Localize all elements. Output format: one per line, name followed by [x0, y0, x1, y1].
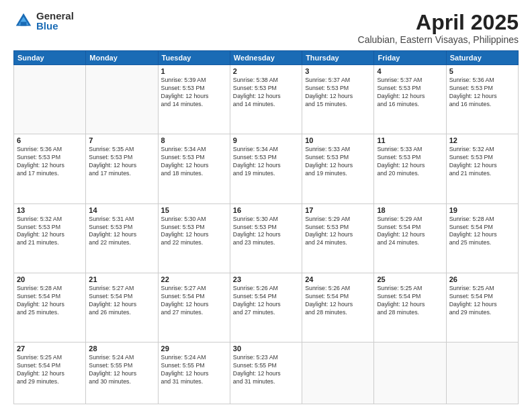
table-row: 17Sunrise: 5:29 AM Sunset: 5:53 PM Dayli…: [302, 203, 374, 273]
day-number: 19: [449, 206, 515, 214]
day-info: Sunrise: 5:31 AM Sunset: 5:53 PM Dayligh…: [89, 216, 154, 248]
header: General Blue April 2025 Calubian, Easter…: [13, 11, 519, 45]
day-info: Sunrise: 5:37 AM Sunset: 5:53 PM Dayligh…: [305, 77, 371, 109]
day-number: 8: [161, 136, 227, 144]
week-row-0: 1Sunrise: 5:39 AM Sunset: 5:53 PM Daylig…: [14, 65, 519, 134]
header-row: Sunday Monday Tuesday Wednesday Thursday…: [14, 51, 519, 65]
day-info: Sunrise: 5:36 AM Sunset: 5:53 PM Dayligh…: [449, 77, 515, 109]
table-row: 13Sunrise: 5:32 AM Sunset: 5:53 PM Dayli…: [14, 203, 86, 273]
day-info: Sunrise: 5:28 AM Sunset: 5:54 PM Dayligh…: [17, 285, 83, 317]
day-number: 25: [377, 275, 443, 283]
day-number: 11: [377, 136, 443, 144]
day-number: 6: [17, 136, 83, 144]
day-info: Sunrise: 5:24 AM Sunset: 5:55 PM Dayligh…: [161, 354, 227, 386]
day-info: Sunrise: 5:29 AM Sunset: 5:53 PM Dayligh…: [305, 216, 371, 248]
table-row: 28Sunrise: 5:24 AM Sunset: 5:55 PM Dayli…: [86, 342, 158, 404]
table-row: 19Sunrise: 5:28 AM Sunset: 5:54 PM Dayli…: [446, 203, 518, 273]
table-row: 21Sunrise: 5:27 AM Sunset: 5:54 PM Dayli…: [86, 273, 158, 342]
day-number: 18: [377, 206, 443, 214]
col-monday: Monday: [86, 51, 158, 65]
col-friday: Friday: [374, 51, 446, 65]
day-number: 16: [233, 206, 299, 214]
table-row: 15Sunrise: 5:30 AM Sunset: 5:53 PM Dayli…: [158, 203, 230, 273]
logo-icon: [13, 11, 34, 31]
day-info: Sunrise: 5:30 AM Sunset: 5:53 PM Dayligh…: [233, 216, 299, 248]
day-info: Sunrise: 5:34 AM Sunset: 5:53 PM Dayligh…: [233, 146, 299, 178]
calendar-table: Sunday Monday Tuesday Wednesday Thursday…: [13, 50, 519, 404]
table-row: 14Sunrise: 5:31 AM Sunset: 5:53 PM Dayli…: [86, 203, 158, 273]
table-row: [86, 65, 158, 134]
day-number: 10: [305, 136, 371, 144]
table-row: 1Sunrise: 5:39 AM Sunset: 5:53 PM Daylig…: [158, 65, 230, 134]
table-row: 12Sunrise: 5:32 AM Sunset: 5:53 PM Dayli…: [446, 134, 518, 203]
day-info: Sunrise: 5:25 AM Sunset: 5:54 PM Dayligh…: [17, 354, 83, 386]
day-number: 24: [305, 275, 371, 283]
day-number: 17: [305, 206, 371, 214]
col-wednesday: Wednesday: [230, 51, 302, 65]
day-info: Sunrise: 5:32 AM Sunset: 5:53 PM Dayligh…: [17, 216, 83, 248]
table-row: 27Sunrise: 5:25 AM Sunset: 5:54 PM Dayli…: [14, 342, 86, 404]
table-row: 7Sunrise: 5:35 AM Sunset: 5:53 PM Daylig…: [86, 134, 158, 203]
day-number: 7: [89, 136, 154, 144]
day-number: 14: [89, 206, 154, 214]
day-info: Sunrise: 5:34 AM Sunset: 5:53 PM Dayligh…: [161, 146, 227, 178]
calendar-subtitle: Calubian, Eastern Visayas, Philippines: [358, 34, 519, 45]
svg-rect-2: [21, 22, 27, 26]
day-info: Sunrise: 5:24 AM Sunset: 5:55 PM Dayligh…: [89, 354, 154, 386]
day-number: 13: [17, 206, 83, 214]
day-info: Sunrise: 5:30 AM Sunset: 5:53 PM Dayligh…: [161, 216, 227, 248]
day-info: Sunrise: 5:25 AM Sunset: 5:54 PM Dayligh…: [377, 285, 443, 317]
table-row: 6Sunrise: 5:36 AM Sunset: 5:53 PM Daylig…: [14, 134, 86, 203]
day-number: 28: [89, 345, 154, 353]
day-number: 9: [233, 136, 299, 144]
table-row: 2Sunrise: 5:38 AM Sunset: 5:53 PM Daylig…: [230, 65, 302, 134]
day-number: 1: [161, 67, 227, 75]
logo-text: General Blue: [36, 11, 74, 31]
table-row: 10Sunrise: 5:33 AM Sunset: 5:53 PM Dayli…: [302, 134, 374, 203]
day-number: 12: [449, 136, 515, 144]
day-info: Sunrise: 5:23 AM Sunset: 5:55 PM Dayligh…: [233, 354, 299, 386]
table-row: 11Sunrise: 5:33 AM Sunset: 5:53 PM Dayli…: [374, 134, 446, 203]
table-row: 30Sunrise: 5:23 AM Sunset: 5:55 PM Dayli…: [230, 342, 302, 404]
day-info: Sunrise: 5:33 AM Sunset: 5:53 PM Dayligh…: [305, 146, 371, 178]
day-number: 30: [233, 345, 299, 353]
week-row-2: 13Sunrise: 5:32 AM Sunset: 5:53 PM Dayli…: [14, 203, 519, 273]
day-number: 23: [233, 275, 299, 283]
table-row: [302, 342, 374, 404]
table-row: 16Sunrise: 5:30 AM Sunset: 5:53 PM Dayli…: [230, 203, 302, 273]
table-row: 9Sunrise: 5:34 AM Sunset: 5:53 PM Daylig…: [230, 134, 302, 203]
table-row: 5Sunrise: 5:36 AM Sunset: 5:53 PM Daylig…: [446, 65, 518, 134]
col-sunday: Sunday: [14, 51, 86, 65]
col-tuesday: Tuesday: [158, 51, 230, 65]
day-number: 4: [377, 67, 443, 75]
table-row: 24Sunrise: 5:26 AM Sunset: 5:54 PM Dayli…: [302, 273, 374, 342]
table-row: 29Sunrise: 5:24 AM Sunset: 5:55 PM Dayli…: [158, 342, 230, 404]
day-number: 5: [449, 67, 515, 75]
day-number: 15: [161, 206, 227, 214]
table-row: 23Sunrise: 5:26 AM Sunset: 5:54 PM Dayli…: [230, 273, 302, 342]
day-number: 26: [449, 275, 515, 283]
table-row: 26Sunrise: 5:25 AM Sunset: 5:54 PM Dayli…: [446, 273, 518, 342]
logo: General Blue: [13, 11, 74, 31]
col-thursday: Thursday: [302, 51, 374, 65]
day-number: 20: [17, 275, 83, 283]
table-row: 18Sunrise: 5:29 AM Sunset: 5:54 PM Dayli…: [374, 203, 446, 273]
day-number: 3: [305, 67, 371, 75]
col-saturday: Saturday: [446, 51, 518, 65]
table-row: 25Sunrise: 5:25 AM Sunset: 5:54 PM Dayli…: [374, 273, 446, 342]
table-row: 20Sunrise: 5:28 AM Sunset: 5:54 PM Dayli…: [14, 273, 86, 342]
day-info: Sunrise: 5:37 AM Sunset: 5:53 PM Dayligh…: [377, 77, 443, 109]
day-number: 29: [161, 345, 227, 353]
day-info: Sunrise: 5:36 AM Sunset: 5:53 PM Dayligh…: [17, 146, 83, 178]
day-info: Sunrise: 5:33 AM Sunset: 5:53 PM Dayligh…: [377, 146, 443, 178]
day-info: Sunrise: 5:35 AM Sunset: 5:53 PM Dayligh…: [89, 146, 154, 178]
day-info: Sunrise: 5:32 AM Sunset: 5:53 PM Dayligh…: [449, 146, 515, 178]
table-row: 22Sunrise: 5:27 AM Sunset: 5:54 PM Dayli…: [158, 273, 230, 342]
day-info: Sunrise: 5:38 AM Sunset: 5:53 PM Dayligh…: [233, 77, 299, 109]
day-info: Sunrise: 5:26 AM Sunset: 5:54 PM Dayligh…: [233, 285, 299, 317]
table-row: [374, 342, 446, 404]
logo-blue: Blue: [36, 21, 74, 31]
logo-general: General: [36, 11, 74, 21]
day-info: Sunrise: 5:39 AM Sunset: 5:53 PM Dayligh…: [161, 77, 227, 109]
calendar-title: April 2025: [358, 11, 519, 34]
